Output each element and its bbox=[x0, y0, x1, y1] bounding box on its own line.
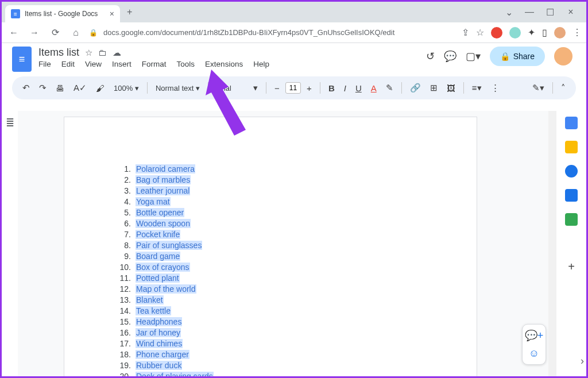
cloud-status-icon[interactable]: ☁ bbox=[113, 48, 121, 58]
comments-icon[interactable]: 💬 bbox=[444, 50, 457, 63]
list-item[interactable]: Box of crayons bbox=[116, 261, 425, 272]
maps-icon[interactable] bbox=[565, 213, 578, 226]
italic-button[interactable]: I bbox=[341, 83, 350, 93]
menu-file[interactable]: File bbox=[38, 60, 51, 68]
emoji-reaction-icon[interactable]: ☺ bbox=[529, 348, 539, 360]
insert-image-button[interactable]: 🖼 bbox=[443, 83, 459, 93]
list-item[interactable]: Phone charger bbox=[116, 349, 425, 360]
add-comment-button[interactable]: ⊞ bbox=[427, 83, 441, 93]
menu-extensions[interactable]: Extensions bbox=[205, 60, 243, 68]
horizontal-ruler[interactable] bbox=[13, 103, 586, 111]
account-avatar[interactable] bbox=[554, 47, 572, 65]
decrease-font-button[interactable]: − bbox=[271, 83, 283, 93]
list-item[interactable]: Jar of honey bbox=[116, 327, 425, 338]
chevron-down-icon[interactable]: ⌄ bbox=[500, 4, 517, 20]
profile-avatar-browser[interactable] bbox=[554, 27, 566, 38]
list-item[interactable]: Wooden spoon bbox=[116, 218, 425, 229]
editing-mode-button[interactable]: ✎▾ bbox=[529, 83, 548, 93]
highlight-button[interactable]: ✎ bbox=[382, 83, 397, 93]
font-dropdown-chevron[interactable]: ▾ bbox=[250, 83, 261, 93]
paint-format-button[interactable]: 🖌 bbox=[92, 83, 108, 93]
list-item[interactable]: Board game bbox=[116, 250, 425, 261]
menu-insert[interactable]: Insert bbox=[112, 60, 131, 68]
list-item[interactable]: Yoga mat bbox=[116, 196, 425, 207]
home-button[interactable]: ⌂ bbox=[68, 28, 83, 38]
star-document-icon[interactable]: ☆ bbox=[85, 48, 92, 58]
font-dropdown[interactable]: Arial bbox=[213, 84, 247, 92]
list-item[interactable]: Wind chimes bbox=[116, 338, 425, 349]
lock-icon[interactable]: 🔒 bbox=[89, 29, 98, 37]
new-tab-button[interactable]: + bbox=[127, 7, 132, 17]
reload-button[interactable]: ⟳ bbox=[48, 27, 63, 38]
menu-format[interactable]: Format bbox=[142, 60, 167, 68]
extensions-icon[interactable]: ✦ bbox=[528, 27, 535, 38]
menu-view[interactable]: View bbox=[85, 60, 102, 68]
vertical-scrollbar[interactable] bbox=[548, 111, 556, 378]
contacts-icon[interactable] bbox=[565, 189, 578, 202]
star-icon[interactable]: ☆ bbox=[476, 27, 484, 38]
list-item[interactable]: Pocket knife bbox=[116, 229, 425, 240]
collapse-toolbar-button[interactable]: ˄ bbox=[558, 83, 569, 93]
close-window-icon[interactable]: × bbox=[562, 4, 579, 20]
calendar-icon[interactable] bbox=[565, 117, 578, 129]
font-size-input[interactable]: 11 bbox=[285, 82, 301, 94]
add-comment-float-icon[interactable]: 💬+ bbox=[525, 329, 544, 342]
more-icon[interactable]: ⋮ bbox=[488, 83, 503, 93]
text-color-button[interactable]: A bbox=[368, 83, 380, 93]
undo-button[interactable]: ↶ bbox=[19, 83, 33, 93]
minimize-icon[interactable]: — bbox=[521, 4, 538, 20]
list-item[interactable]: Map of the world bbox=[116, 283, 425, 294]
move-icon[interactable]: 🗀 bbox=[98, 48, 107, 57]
share-button[interactable]: 🔒 Share bbox=[490, 47, 545, 66]
list-item[interactable]: Polaroid camera bbox=[116, 163, 425, 174]
floating-actions: 💬+ ☺ bbox=[522, 324, 546, 365]
print-button[interactable]: 🖶 bbox=[52, 83, 68, 93]
increase-font-button[interactable]: + bbox=[303, 83, 315, 93]
zoom-dropdown[interactable]: 100% ▾ bbox=[110, 84, 142, 92]
redo-button[interactable]: ↷ bbox=[36, 83, 50, 93]
list-item[interactable]: Headphones bbox=[116, 316, 425, 327]
list-item[interactable]: Rubber duck bbox=[116, 360, 425, 371]
menu-help[interactable]: Help bbox=[253, 60, 269, 68]
list-item[interactable]: Bottle opener bbox=[116, 207, 425, 218]
panel-icon[interactable]: ▯ bbox=[542, 27, 547, 38]
maximize-icon[interactable]: ☐ bbox=[541, 4, 559, 20]
side-panel: + bbox=[556, 111, 586, 378]
list-item[interactable]: Pair of sunglasses bbox=[116, 240, 425, 250]
keep-icon[interactable] bbox=[565, 141, 578, 153]
numbered-list[interactable]: Polaroid cameraBag of marblesLeather jou… bbox=[116, 163, 425, 378]
underline-button[interactable]: U bbox=[352, 83, 365, 93]
insert-link-button[interactable]: 🔗 bbox=[407, 83, 424, 93]
list-item[interactable]: Potted plant bbox=[116, 272, 425, 283]
list-item[interactable]: Tea kettle bbox=[116, 305, 425, 316]
close-tab-icon[interactable]: × bbox=[110, 9, 114, 18]
outline-toggle-icon[interactable]: ≣ bbox=[2, 117, 18, 129]
list-item[interactable]: Deck of playing cards bbox=[116, 371, 425, 378]
align-button[interactable]: ≡▾ bbox=[469, 83, 485, 93]
bold-button[interactable]: B bbox=[325, 83, 338, 93]
back-button[interactable]: ← bbox=[6, 28, 21, 38]
extension-icon-1[interactable] bbox=[491, 27, 502, 38]
style-dropdown[interactable]: Normal text ▾ bbox=[152, 84, 203, 92]
menu-tools[interactable]: Tools bbox=[177, 60, 195, 68]
docs-logo[interactable]: ≡ bbox=[12, 47, 32, 72]
add-addon-icon[interactable]: + bbox=[568, 260, 575, 273]
list-item[interactable]: Bag of marbles bbox=[116, 174, 425, 185]
forward-button[interactable]: → bbox=[27, 28, 42, 38]
list-item[interactable]: Leather journal bbox=[116, 185, 425, 196]
document-canvas[interactable]: Polaroid cameraBag of marblesLeather jou… bbox=[18, 111, 548, 378]
menu-icon[interactable]: ⋮ bbox=[572, 27, 582, 38]
extension-icon-2[interactable] bbox=[509, 27, 521, 38]
history-icon[interactable]: ↺ bbox=[426, 50, 435, 63]
tasks-icon[interactable] bbox=[565, 165, 578, 178]
share-icon[interactable]: ⇪ bbox=[462, 27, 469, 38]
document-page[interactable]: Polaroid cameraBag of marblesLeather jou… bbox=[64, 117, 477, 378]
spellcheck-button[interactable]: A✓ bbox=[70, 83, 90, 93]
expand-sidepanel-icon[interactable]: › bbox=[581, 355, 584, 367]
meet-icon[interactable]: ▢▾ bbox=[466, 50, 481, 63]
menu-edit[interactable]: Edit bbox=[61, 60, 75, 68]
document-title[interactable]: Items list bbox=[38, 47, 79, 59]
browser-tab[interactable]: ≡ Items list - Google Docs × bbox=[5, 5, 120, 22]
list-item[interactable]: Blanket bbox=[116, 294, 425, 305]
url-text[interactable]: docs.google.com/document/d/1rh8tZb1DBPdu… bbox=[103, 28, 456, 37]
